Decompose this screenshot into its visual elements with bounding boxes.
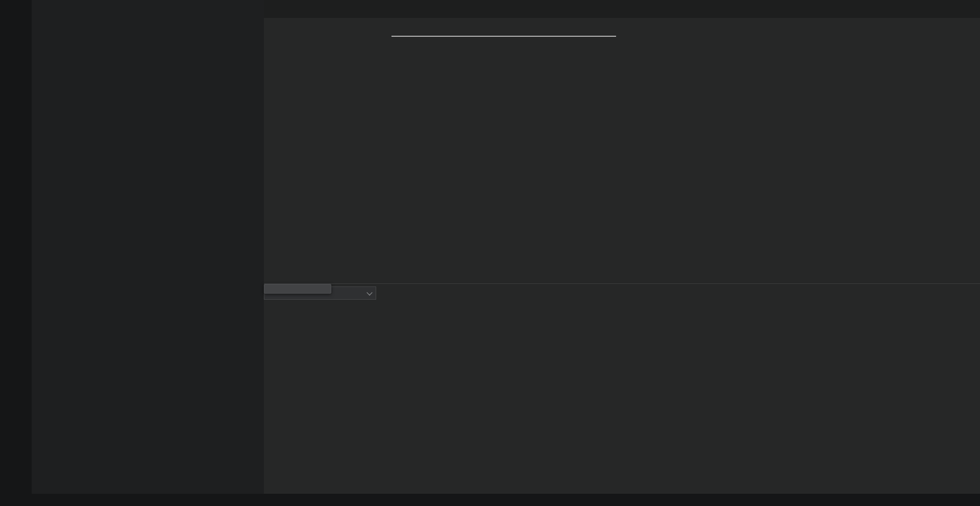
find-input[interactable] (268, 284, 327, 293)
minimap[interactable] (940, 2, 976, 63)
terminal-find-widget (264, 284, 331, 294)
editor-tab-bar (264, 0, 980, 18)
activity-bar (0, 0, 32, 494)
vscode-window (0, 0, 980, 506)
explorer-sidebar (32, 0, 264, 494)
bottom-panel (264, 283, 980, 494)
editor-group (264, 0, 980, 494)
terminal-output[interactable] (278, 305, 980, 469)
status-bar (0, 494, 980, 506)
chevron-down-icon (366, 290, 372, 295)
code-editor[interactable] (264, 32, 980, 315)
